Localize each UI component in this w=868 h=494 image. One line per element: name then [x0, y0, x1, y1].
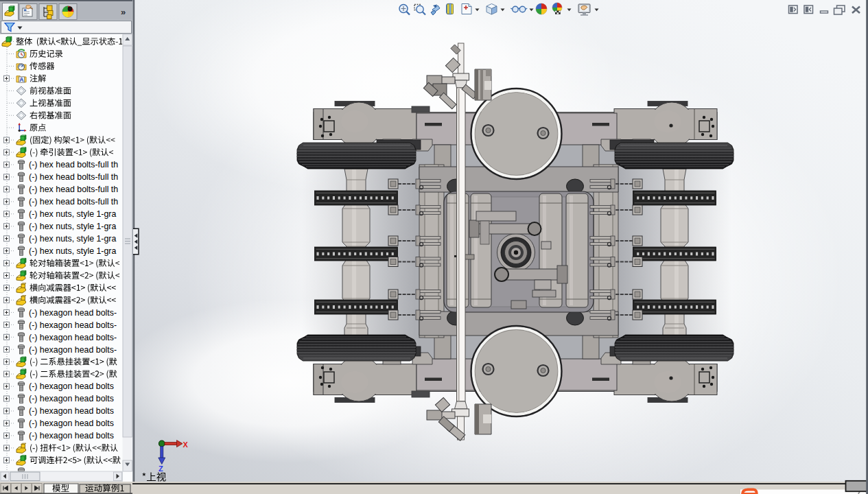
svg-text:(-) hexagon head bolts: (-) hexagon head bolts: [29, 431, 114, 440]
svg-text:»: »: [121, 7, 126, 17]
svg-text:Z: Z: [159, 464, 163, 473]
svg-text:(-) hexagon head bolts-: (-) hexagon head bolts-: [29, 333, 117, 342]
svg-text:(-) hex nuts, style 1-gra: (-) hex nuts, style 1-gra: [29, 234, 117, 244]
svg-text:(-) hex head bolts-full th: (-) hex head bolts-full th: [29, 185, 118, 194]
svg-text:(-) hex head bolts-full th: (-) hex head bolts-full th: [29, 160, 118, 169]
svg-text:(-) hex head bolts-full th: (-) hex head bolts-full th: [29, 197, 118, 207]
svg-text:(-) hexagon head bolts: (-) hexagon head bolts: [29, 419, 114, 428]
svg-text:(-) hex nuts, style 1-gra: (-) hex nuts, style 1-gra: [29, 222, 117, 231]
svg-text:(-) hex head bolts-full th: (-) hex head bolts-full th: [29, 172, 118, 182]
svg-text:X: X: [183, 440, 189, 449]
svg-text:(-) hex nuts, style 1-gra: (-) hex nuts, style 1-gra: [29, 209, 117, 219]
svg-text:(-) hexagon head bolts: (-) hexagon head bolts: [29, 406, 114, 416]
svg-text:(-) hexagon head bolts: (-) hexagon head bolts: [29, 394, 114, 403]
svg-text:(-) hexagon head bolts-: (-) hexagon head bolts-: [29, 320, 117, 330]
svg-text:(-) hexagon head bolts-: (-) hexagon head bolts-: [29, 345, 117, 355]
svg-text:(-) hexagon head bolts-: (-) hexagon head bolts-: [29, 308, 117, 318]
svg-text:(-) hexagon head bolts: (-) hexagon head bolts: [29, 381, 114, 391]
svg-text:(-) hex nuts, style 1-gra: (-) hex nuts, style 1-gra: [29, 246, 117, 256]
